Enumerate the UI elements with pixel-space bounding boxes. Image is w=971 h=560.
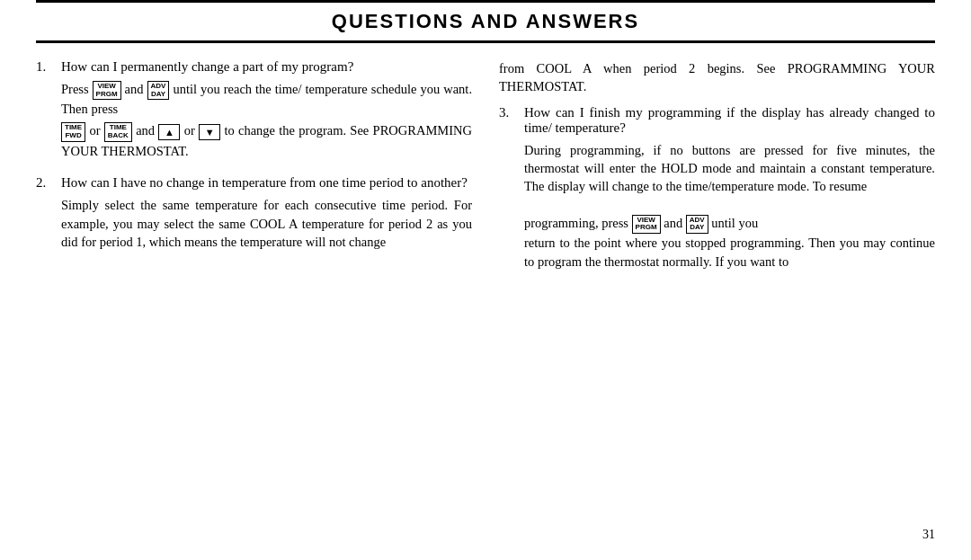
or-word-2: or [184,123,199,138]
item-1-content: How can I permanently change a part of m… [61,59,472,163]
page-title: QUESTIONS AND ANSWERS [332,10,639,32]
item-2-number: 2. [36,175,61,251]
item-3: 3. How can I finish my programming if th… [499,105,935,271]
item-1-question: How can I permanently change a part of m… [61,59,472,75]
item-2-question: How can I have no change in temperature … [61,175,472,191]
item-1: 1. How can I permanently change a part o… [36,59,472,163]
item-2-content: How can I have no change in temperature … [61,175,472,251]
page: QUESTIONS AND ANSWERS 1. How can I perma… [0,0,971,560]
until-text: until you reach the time/ temperature sc… [61,82,472,116]
continuation-text: from COOL A when period 2 begins. See PR… [499,59,935,96]
item-1-answer: Press VIEWPRGM and ADVDAY until you reac… [61,80,472,161]
item-3-answer-part1: During programming, if no buttons are pr… [524,143,935,194]
content-columns: 1. How can I permanently change a part o… [36,59,935,524]
item-3-answer-part2: return to the point where you stopped pr… [524,236,935,268]
item-3-content: How can I finish my programming if the d… [524,105,935,271]
time-back-button: TIMEBACK [104,122,132,142]
time-fwd-button: TIMEFWD [61,122,85,142]
item-3-number: 3. [499,105,524,271]
item-2-answer: Simply select the same temperature for e… [61,196,472,251]
view-prgm-button-1: VIEWPRGM [93,81,121,101]
item-1-number: 1. [36,59,61,163]
item-1-press-line1: Press VIEWPRGM and ADVDAY until you reac… [61,80,472,120]
programming-press-word: programming, press [524,216,628,230]
adv-day-button-1: ADVDAY [147,81,170,101]
arrow-up-button: ▲ [158,124,180,141]
item-1-press-line2: TIMEFWD or TIMEBACK and ▲ or [61,121,472,161]
page-number: 31 [36,528,935,542]
item-3-answer: During programming, if no buttons are pr… [524,141,935,271]
item-2: 2. How can I have no change in temperatu… [36,175,472,251]
title-bar: QUESTIONS AND ANSWERS [36,0,935,43]
view-prgm-button-2: VIEWPRGM [632,215,661,235]
press-word: Press [61,82,89,96]
and-word-3: and [664,216,682,230]
adv-day-button-2: ADVDAY [686,215,708,235]
until-you-text: until you [711,216,758,230]
right-column: from COOL A when period 2 begins. See PR… [499,59,935,524]
arrow-down-button: ▼ [199,124,220,141]
or-word-1: or [89,123,103,138]
left-column: 1. How can I permanently change a part o… [36,59,472,524]
and-word-2: and [136,123,158,138]
and-word-1: and [125,82,144,96]
item-3-question: How can I finish my programming if the d… [524,105,935,136]
